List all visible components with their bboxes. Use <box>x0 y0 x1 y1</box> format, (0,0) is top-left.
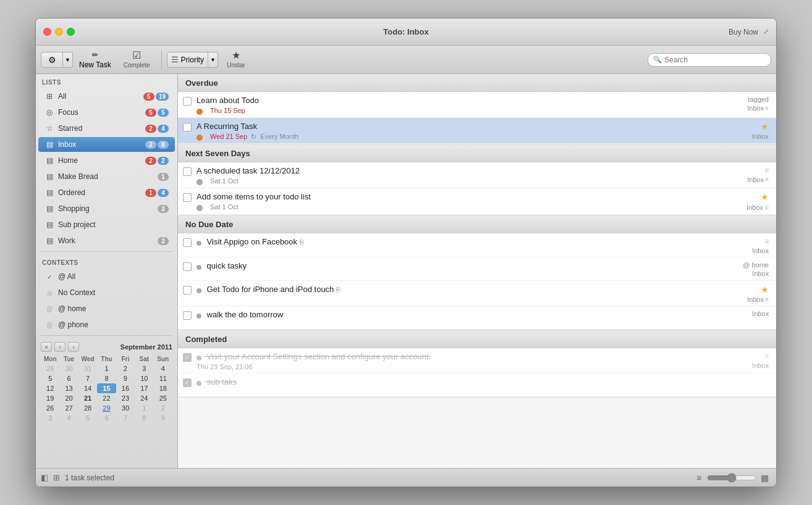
cal-day[interactable]: 29 <box>41 364 59 374</box>
ordered-badge-blue: 4 <box>158 189 169 197</box>
expand-icon[interactable]: ⤢ <box>763 28 769 36</box>
task-row[interactable]: ✓ Visit your Account Settings section an… <box>178 348 776 374</box>
unstar-button[interactable]: ★ Unstar <box>221 48 252 71</box>
task-checkbox[interactable] <box>183 123 192 131</box>
cal-day[interactable]: 6 <box>97 413 116 423</box>
search-input[interactable] <box>664 56 766 64</box>
cal-day-today[interactable]: 15 <box>97 383 116 393</box>
sidebar-item-phone-ctx[interactable]: @ @ phone <box>38 317 175 332</box>
sidebar-item-shopping[interactable]: ▤ Shopping 2 <box>38 201 175 216</box>
cal-day[interactable]: 7 <box>116 413 135 423</box>
cal-day[interactable]: 27 <box>59 403 78 413</box>
cal-day[interactable]: 2 <box>154 403 172 413</box>
task-row[interactable]: quick tasky @ home Inbox <box>178 257 776 281</box>
task-row[interactable]: Visit Appigo on Facebook ⎘ ≡ Inbox <box>178 233 776 257</box>
cal-day[interactable]: 17 <box>135 383 153 393</box>
cal-day[interactable]: 28 <box>78 403 97 413</box>
sidebar-item-home-ctx[interactable]: @ @ home <box>38 301 175 316</box>
task-checkbox[interactable] <box>183 238 192 247</box>
cal-day[interactable]: 8 <box>97 374 116 383</box>
sidebar-toggle-icon[interactable]: ◧ <box>41 473 48 482</box>
task-checkbox[interactable] <box>183 286 192 294</box>
task-row[interactable]: A Recurring Task Wed 21 Sep ↻ Every Mont… <box>178 118 776 144</box>
task-row[interactable]: A scheduled task 12/12/2012 Sat 1 Oct ≡ … <box>178 162 776 188</box>
task-checkbox[interactable] <box>183 167 192 176</box>
sidebar-item-focus[interactable]: ◎ Focus 5 5 <box>38 105 175 120</box>
cal-day[interactable]: 1 <box>135 403 153 413</box>
cal-day[interactable]: 4 <box>154 364 172 374</box>
list-view-button[interactable]: ≡ <box>692 471 706 485</box>
cal-prev-prev[interactable]: « <box>41 342 52 352</box>
cal-prev[interactable]: ‹ <box>54 342 66 352</box>
cal-day[interactable]: 30 <box>116 403 135 413</box>
cal-day[interactable]: 11 <box>154 374 172 383</box>
detail-view-button[interactable]: ▦ <box>758 471 771 485</box>
sidebar-item-ordered[interactable]: ▤ Ordered 1 4 <box>38 185 175 200</box>
cal-day[interactable]: 16 <box>116 383 135 393</box>
sidebar-item-work[interactable]: ▤ Work 2 <box>38 233 175 248</box>
minimize-button[interactable] <box>55 28 63 36</box>
cal-day-link[interactable]: 29 <box>97 403 116 413</box>
task-row[interactable]: ✓ sub taks <box>178 374 776 397</box>
cal-day[interactable]: 5 <box>41 374 59 383</box>
cal-day[interactable]: 1 <box>97 364 116 374</box>
sidebar-item-all[interactable]: ⊞ All 5 19 <box>38 89 175 104</box>
sidebar-item-inbox[interactable]: ▤ Inbox 2 8 <box>38 137 175 152</box>
new-task-button[interactable]: ✏ New Task <box>75 48 115 72</box>
cal-day[interactable]: 4 <box>59 413 78 423</box>
complete-button[interactable]: ☑ Complete <box>117 48 156 71</box>
cal-day[interactable]: 23 <box>116 393 135 403</box>
sidebar-item-all-ctx[interactable]: ✓ @ All <box>38 269 175 284</box>
cal-next[interactable]: › <box>68 342 79 352</box>
cal-day[interactable]: 7 <box>78 374 97 383</box>
gear-dropdown-arrow[interactable]: ▼ <box>63 52 73 68</box>
cal-day[interactable]: 8 <box>135 413 153 423</box>
cal-day[interactable]: 9 <box>116 374 135 383</box>
cal-day[interactable]: 22 <box>97 393 116 403</box>
sidebar-item-no-context[interactable]: ◎ No Context <box>38 285 175 300</box>
cal-day[interactable]: 10 <box>135 374 153 383</box>
task-row[interactable]: Add some items to your todo list Sat 1 O… <box>178 188 776 215</box>
sidebar-item-home[interactable]: ▤ Home 2 2 <box>38 153 175 168</box>
cal-day[interactable]: 2 <box>116 364 135 374</box>
cal-day[interactable]: 21 <box>78 393 97 403</box>
priority-button[interactable]: ☰ Priority <box>167 52 208 68</box>
sidebar-item-starred[interactable]: ☆ Starred 2 4 <box>38 121 175 136</box>
cal-day[interactable]: 30 <box>59 364 78 374</box>
sidebar-item-makebread[interactable]: ▤ Make Bread 1 <box>38 169 175 184</box>
cal-day[interactable]: 24 <box>135 393 153 403</box>
cal-day[interactable]: 12 <box>41 383 59 393</box>
cal-day[interactable]: 19 <box>41 393 59 403</box>
maximize-button[interactable] <box>67 28 75 36</box>
cal-day[interactable]: 13 <box>59 383 78 393</box>
cal-day[interactable]: 9 <box>154 413 172 423</box>
cal-day[interactable]: 14 <box>78 383 97 393</box>
task-checkbox[interactable]: ✓ <box>183 378 192 387</box>
search-box[interactable]: 🔍 <box>648 53 771 67</box>
priority-dropdown[interactable]: ▼ <box>208 52 218 68</box>
task-row[interactable]: Learn about Todo Thu 15 Sep tagged Inbox… <box>178 92 776 118</box>
task-checkbox[interactable] <box>183 97 192 106</box>
cal-day[interactable]: 6 <box>59 374 78 383</box>
size-slider[interactable] <box>707 473 756 483</box>
cal-day[interactable]: 31 <box>78 364 97 374</box>
cal-day[interactable]: 25 <box>154 393 172 403</box>
cal-day[interactable]: 3 <box>41 413 59 423</box>
task-checkbox[interactable] <box>183 193 192 202</box>
gear-button[interactable]: ⚙ <box>41 52 63 68</box>
task-row[interactable]: walk the do tomorrow Inbox <box>178 306 776 330</box>
task-checkbox[interactable]: ✓ <box>183 353 192 362</box>
cal-day[interactable]: 18 <box>154 383 172 393</box>
cal-day[interactable]: 20 <box>59 393 78 403</box>
close-button[interactable] <box>43 28 51 36</box>
task-row[interactable]: Get Todo for iPhone and iPod touch ⎘ ★ I… <box>178 281 776 306</box>
buy-now-button[interactable]: Buy Now <box>729 28 758 36</box>
cal-day[interactable]: 26 <box>41 403 59 413</box>
task-list: Inbox <box>752 362 769 369</box>
cal-day[interactable]: 3 <box>135 364 153 374</box>
task-checkbox[interactable] <box>183 311 192 320</box>
grid-view-icon[interactable]: ⊞ <box>53 473 60 482</box>
cal-day[interactable]: 5 <box>78 413 97 423</box>
task-checkbox[interactable] <box>183 262 192 271</box>
sidebar-item-subproject[interactable]: ▤ Sub project <box>38 217 175 232</box>
